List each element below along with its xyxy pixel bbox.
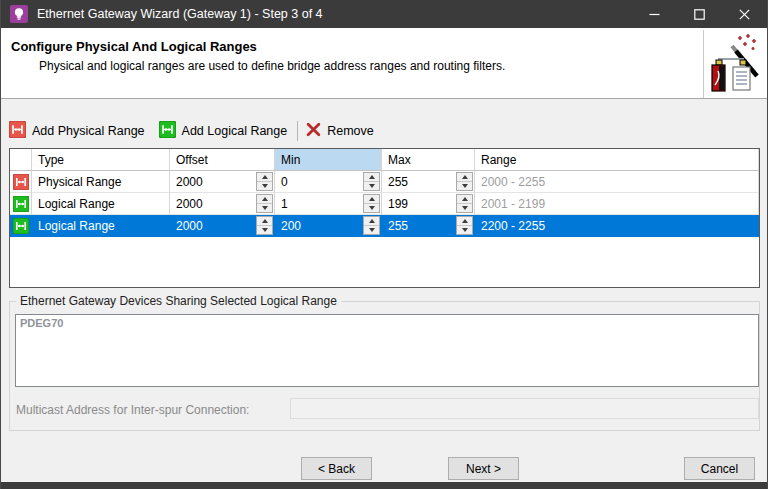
spin-up-button[interactable]	[364, 173, 379, 182]
max-value: 255	[388, 219, 408, 233]
logical-range-icon	[10, 215, 32, 237]
offset-cell[interactable]: 2000	[170, 215, 275, 237]
spin-up-button[interactable]	[257, 173, 272, 182]
window-title: Ethernet Gateway Wizard (Gateway 1) - St…	[37, 7, 323, 21]
multicast-address-label: Multicast Address for Inter-spur Connect…	[16, 403, 249, 417]
min-value: 1	[281, 197, 288, 211]
spin-down-button[interactable]	[364, 226, 379, 234]
min-cell[interactable]: 0	[275, 171, 382, 193]
header-type[interactable]: Type	[32, 149, 170, 171]
wizard-window: Ethernet Gateway Wizard (Gateway 1) - St…	[0, 0, 768, 489]
range-cell: 2200 - 2255	[481, 219, 545, 233]
devices-groupbox: Ethernet Gateway Devices Sharing Selecte…	[9, 301, 760, 431]
type-cell: Logical Range	[32, 215, 170, 237]
spin-up-button[interactable]	[364, 217, 379, 226]
spin-down-button[interactable]	[257, 204, 272, 212]
spin-up-button[interactable]	[457, 195, 472, 204]
toolbar-separator	[297, 121, 298, 141]
maximize-button[interactable]	[677, 0, 722, 28]
window-bottom-border	[1, 482, 767, 489]
remove-label: Remove	[327, 124, 374, 138]
next-button[interactable]: Next >	[448, 457, 519, 480]
app-lightbulb-icon	[10, 5, 28, 23]
page-description: Physical and logical ranges are used to …	[39, 59, 505, 73]
groupbox-label: Ethernet Gateway Devices Sharing Selecte…	[16, 294, 341, 308]
cancel-button[interactable]: Cancel	[684, 457, 755, 480]
max-spinner	[456, 216, 473, 235]
min-value: 0	[281, 175, 288, 189]
physical-range-icon	[9, 121, 26, 141]
max-cell[interactable]: 255	[382, 215, 475, 237]
close-button[interactable]	[722, 0, 767, 28]
max-spinner	[456, 194, 473, 213]
max-value: 199	[388, 197, 408, 211]
offset-spinner	[256, 194, 273, 213]
add-logical-range-button[interactable]: Add Logical Range	[159, 118, 294, 144]
table-row-selected[interactable]: Logical Range 2000 200 255 2200 - 2255	[10, 215, 759, 237]
spin-up-button[interactable]	[457, 217, 472, 226]
spin-up-button[interactable]	[257, 195, 272, 204]
offset-value: 2000	[176, 175, 203, 189]
min-value: 200	[281, 219, 301, 233]
devices-list[interactable]: PDEG70	[15, 314, 759, 387]
spin-down-button[interactable]	[257, 226, 272, 234]
type-cell: Logical Range	[32, 193, 170, 215]
type-cell: Physical Range	[32, 171, 170, 193]
remove-x-icon	[306, 122, 321, 140]
spin-down-button[interactable]	[457, 204, 472, 212]
spin-down-button[interactable]	[457, 182, 472, 190]
page-title: Configure Physical And Logical Ranges	[11, 39, 257, 54]
offset-spinner	[256, 216, 273, 235]
min-spinner	[363, 172, 380, 191]
titlebar: Ethernet Gateway Wizard (Gateway 1) - St…	[1, 0, 767, 28]
table-header-row: Type Offset Min Max Range	[10, 149, 759, 171]
header-min[interactable]: Min	[275, 149, 382, 171]
max-cell[interactable]: 199	[382, 193, 475, 215]
magic-wand-icon	[703, 30, 763, 98]
minimize-button[interactable]	[632, 0, 677, 28]
range-cell: 2000 - 2255	[481, 175, 545, 189]
back-button[interactable]: < Back	[301, 457, 372, 480]
spin-down-button[interactable]	[364, 182, 379, 190]
remove-button[interactable]: Remove	[306, 119, 380, 143]
offset-cell[interactable]: 2000	[170, 171, 275, 193]
logical-range-icon	[159, 121, 176, 141]
add-logical-range-label: Add Logical Range	[182, 124, 288, 138]
min-cell[interactable]: 1	[275, 193, 382, 215]
spin-up-button[interactable]	[457, 173, 472, 182]
range-toolbar: Add Physical Range Add Logical Range Rem…	[1, 114, 767, 148]
spin-up-button[interactable]	[364, 195, 379, 204]
spin-down-button[interactable]	[257, 182, 272, 190]
min-spinner	[363, 216, 380, 235]
max-cell[interactable]: 255	[382, 171, 475, 193]
header-max[interactable]: Max	[382, 149, 475, 171]
min-cell[interactable]: 200	[275, 215, 382, 237]
add-physical-range-button[interactable]: Add Physical Range	[9, 118, 151, 144]
offset-spinner	[256, 172, 273, 191]
max-value: 255	[388, 175, 408, 189]
max-spinner	[456, 172, 473, 191]
table-row[interactable]: Logical Range 2000 1 199 2001 - 2199	[10, 193, 759, 215]
min-spinner	[363, 194, 380, 213]
offset-value: 2000	[176, 197, 203, 211]
wizard-page-header: Configure Physical And Logical Ranges Ph…	[1, 28, 767, 99]
window-controls	[632, 0, 767, 28]
multicast-address-field	[290, 398, 759, 419]
offset-cell[interactable]: 2000	[170, 193, 275, 215]
offset-value: 2000	[176, 219, 203, 233]
physical-range-icon	[10, 171, 32, 193]
range-cell: 2001 - 2199	[481, 197, 545, 211]
header-offset[interactable]: Offset	[170, 149, 275, 171]
table-row[interactable]: Physical Range 2000 0 255 2000 - 2255	[10, 171, 759, 193]
logical-range-icon	[10, 193, 32, 215]
ranges-table: Type Offset Min Max Range Physical Range…	[9, 148, 760, 288]
add-physical-range-label: Add Physical Range	[32, 124, 145, 138]
header-icon-column[interactable]	[10, 149, 32, 171]
spin-down-button[interactable]	[457, 226, 472, 234]
spin-down-button[interactable]	[364, 204, 379, 212]
header-range[interactable]: Range	[475, 149, 759, 171]
spin-up-button[interactable]	[257, 217, 272, 226]
